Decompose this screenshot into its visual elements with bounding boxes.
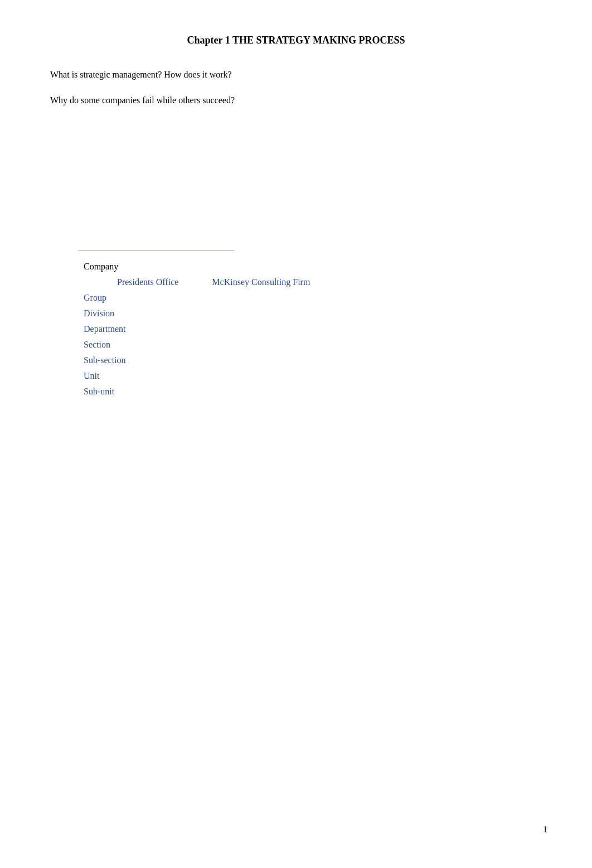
chapter-title: Chapter 1 THE STRATEGY MAKING PROCESS (45, 33, 547, 47)
divider-line (78, 250, 234, 251)
division-label: Division (84, 308, 114, 318)
org-section: Company Presidents Office McKinsey Consu… (78, 250, 547, 399)
section-row: Section (84, 337, 547, 353)
company-label: Company (84, 259, 118, 274)
department-row: Department (84, 321, 547, 337)
mckinsey-label: McKinsey Consulting Firm (212, 274, 310, 290)
sub-unit-row: Sub-unit (84, 384, 547, 399)
sub-section-row: Sub-section (84, 353, 547, 368)
presidents-office-row: Presidents Office McKinsey Consulting Fi… (117, 274, 547, 290)
company-row: Company (84, 259, 547, 274)
group-label: Group (84, 293, 106, 302)
question-1: What is strategic management? How does i… (50, 70, 547, 80)
unit-row: Unit (84, 368, 547, 384)
page: Chapter 1 THE STRATEGY MAKING PROCESS Wh… (0, 0, 592, 868)
presidents-office-label: Presidents Office (117, 274, 178, 290)
question-2: Why do some companies fail while others … (50, 95, 547, 105)
org-list: Company Presidents Office McKinsey Consu… (84, 259, 547, 399)
division-row: Division (84, 306, 547, 321)
page-number: 1 (543, 824, 547, 835)
unit-label: Unit (84, 371, 99, 380)
sub-section-label: Sub-section (84, 355, 126, 365)
section-label: Section (84, 340, 110, 349)
group-row: Group (84, 290, 547, 306)
sub-unit-label: Sub-unit (84, 387, 114, 396)
department-label: Department (84, 324, 126, 334)
